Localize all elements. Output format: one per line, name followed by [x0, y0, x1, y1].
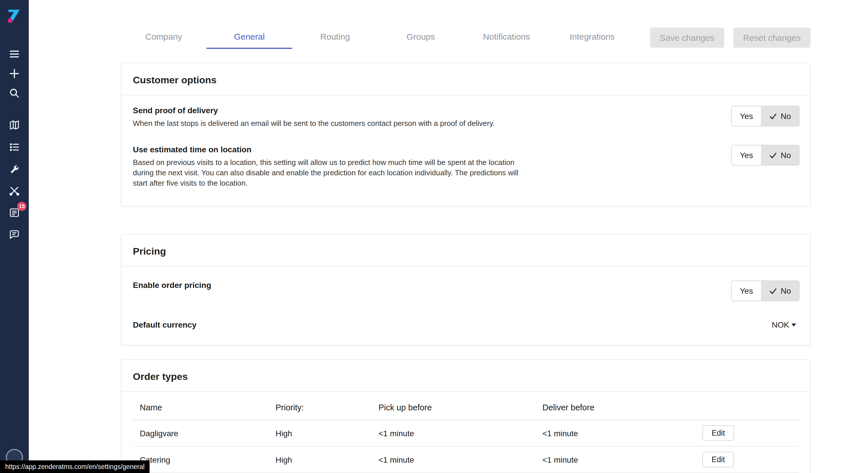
currency-select[interactable]: NOK [768, 319, 800, 330]
map-icon[interactable] [6, 117, 23, 133]
crossed-tools-icon[interactable] [6, 183, 23, 199]
sidebar-top-group [6, 46, 23, 101]
check-icon [769, 151, 777, 159]
toggle-no-button[interactable]: No [761, 281, 799, 301]
toggle-no-button[interactable]: No [761, 106, 799, 126]
card-header: Order types [121, 360, 810, 392]
setting-title: Send proof of delivery [133, 106, 495, 115]
customer-options-card: Customer options Send proof of delivery … [121, 63, 810, 206]
column-header-name: Name [133, 396, 269, 420]
column-header-pickup: Pick up before [372, 396, 535, 420]
toggle-no-button[interactable]: No [761, 145, 799, 165]
order-type-deliver: <1 minute [535, 446, 695, 473]
currency-value: NOK [772, 320, 789, 329]
card-title: Order types [133, 371, 188, 382]
tab-groups[interactable]: Groups [378, 27, 464, 49]
reset-changes-button[interactable]: Reset changes [734, 28, 810, 48]
zender-logo[interactable] [6, 7, 23, 24]
setting-description: When the last stops is delivered an emai… [133, 119, 495, 129]
search-icon[interactable] [6, 85, 23, 101]
settings-tabs: Company General Routing Groups Notificat… [121, 27, 635, 49]
proof-of-delivery-toggle: Yes No [732, 106, 800, 127]
card-header: Pricing [121, 235, 810, 267]
order-types-table: Name Priority: Pick up before Deliver be… [133, 396, 800, 473]
feed-icon[interactable]: 15 [6, 205, 23, 221]
sidebar-main-group: 15 [6, 117, 23, 242]
tab-routing[interactable]: Routing [292, 27, 378, 49]
status-url-bar: https://app.zenderatms.com/en/settings/g… [0, 460, 150, 473]
topbar-actions: Save changes Reset changes [650, 28, 810, 48]
enable-pricing-toggle: Yes No [732, 280, 800, 301]
pricing-card: Pricing Enable order pricing Yes No [121, 234, 810, 345]
toggle-no-label: No [781, 286, 791, 295]
toggle-yes-button[interactable]: Yes [732, 145, 761, 165]
sidebar: 15 [0, 0, 29, 473]
check-icon [769, 287, 777, 295]
setting-row-default-currency: Default currency NOK [121, 307, 810, 345]
menu-icon[interactable] [6, 46, 23, 62]
toggle-yes-button[interactable]: Yes [732, 106, 761, 126]
order-type-priority: High [269, 420, 372, 446]
save-changes-button[interactable]: Save changes [650, 28, 724, 48]
card-title: Pricing [133, 246, 166, 257]
column-header-priority: Priority: [269, 396, 372, 420]
setting-title: Enable order pricing [133, 280, 211, 290]
tab-notifications[interactable]: Notifications [464, 27, 549, 49]
settings-topbar: Company General Routing Groups Notificat… [121, 0, 810, 49]
order-type-deliver: <1 minute [535, 420, 695, 446]
order-type-priority: High [269, 446, 372, 473]
toggle-yes-button[interactable]: Yes [732, 281, 761, 301]
card-header: Customer options [121, 63, 810, 95]
edit-button[interactable]: Edit [702, 452, 734, 467]
check-icon [769, 112, 777, 120]
edit-button[interactable]: Edit [702, 425, 734, 441]
order-type-name: Dagligvare [133, 420, 269, 446]
table-row: Dagligvare High <1 minute <1 minute Edit [133, 420, 800, 446]
order-type-pickup: <1 minute [372, 420, 535, 446]
estimated-time-toggle: Yes No [732, 145, 800, 166]
toggle-no-label: No [781, 150, 791, 160]
add-icon[interactable] [6, 66, 23, 81]
column-header-actions [695, 396, 800, 420]
table-header-row: Name Priority: Pick up before Deliver be… [133, 396, 800, 420]
table-row: Catering High <1 minute <1 minute Edit [133, 446, 800, 473]
setting-row-estimated-time: Use estimated time on location Based on … [121, 134, 810, 206]
chevron-down-icon [792, 323, 796, 326]
order-type-name: Catering [133, 446, 269, 473]
setting-row-proof-of-delivery: Send proof of delivery When the last sto… [121, 95, 810, 134]
setting-title: Use estimated time on location [133, 145, 530, 154]
column-header-deliver: Deliver before [535, 396, 695, 420]
tab-company[interactable]: Company [121, 27, 207, 49]
chat-icon[interactable] [6, 227, 23, 242]
notification-badge: 15 [17, 202, 27, 211]
card-title: Customer options [133, 75, 217, 86]
wrench-icon[interactable] [6, 161, 23, 177]
setting-description: Based on previous visits to a location, … [133, 158, 530, 189]
setting-title: Default currency [133, 320, 196, 329]
tab-general[interactable]: General [207, 27, 292, 49]
toggle-no-label: No [781, 111, 791, 121]
order-types-card: Order types Name Priority: Pick up befor… [121, 359, 810, 473]
setting-row-enable-pricing: Enable order pricing Yes No [121, 267, 810, 307]
order-type-pickup: <1 minute [372, 446, 535, 473]
tab-integrations[interactable]: Integrations [549, 27, 635, 49]
list-icon[interactable] [6, 139, 23, 155]
logo-dot [8, 19, 13, 23]
app-viewport: 15 https://app.zenderatms.com/en/setting… [0, 0, 868, 473]
main-content: Company General Routing Groups Notificat… [29, 0, 868, 473]
